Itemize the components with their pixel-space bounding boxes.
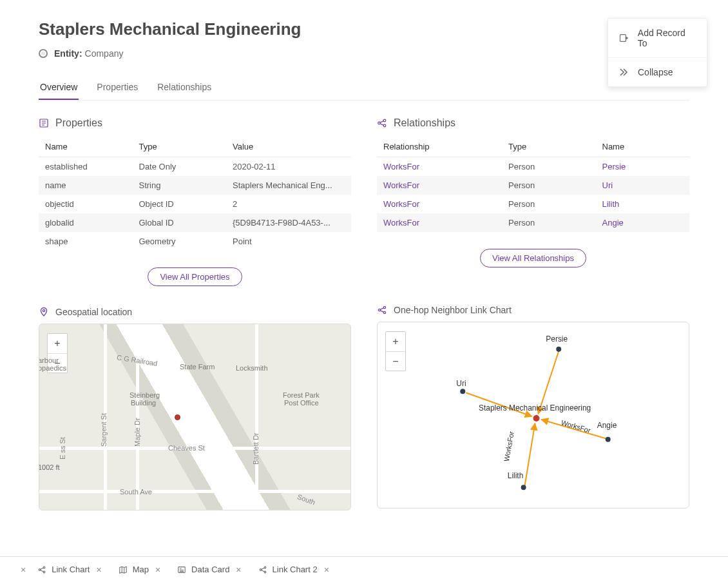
map-poi: opaedics — [39, 364, 66, 372]
cell: Staplers Mechanical Eng... — [226, 176, 351, 195]
related-entity-link[interactable]: Lilith — [596, 195, 690, 213]
properties-icon — [39, 118, 49, 128]
map-zoom-in-button[interactable]: + — [48, 334, 67, 353]
collapse-icon — [618, 67, 629, 77]
bottom-tab-data-card[interactable]: Data Card × — [172, 557, 246, 582]
chart-node[interactable] — [521, 485, 526, 490]
table-row: shape Geometry Point — [39, 232, 351, 251]
view-all-properties-button[interactable]: View All Properties — [148, 267, 242, 286]
relationships-heading-text: Relationships — [394, 117, 455, 129]
table-row: WorksFor Person Uri — [377, 176, 689, 195]
view-all-relationships-button[interactable]: View All Relationships — [480, 249, 586, 267]
chart-node-label: Lilith — [508, 471, 524, 480]
geospatial-heading-text: Geospatial location — [55, 307, 132, 317]
tab-label: Data Card — [191, 565, 229, 574]
close-tab-icon[interactable]: × — [236, 565, 241, 575]
relationships-heading: Relationships — [377, 117, 689, 129]
related-entity-link[interactable]: Persie — [596, 157, 690, 177]
menu-label: Add Record To — [638, 28, 696, 48]
neighbor-chart-heading: One-hop Neighbor Link Chart — [377, 305, 689, 315]
bottom-tab-map[interactable]: Map × — [113, 557, 166, 582]
map-poi: Forest Park — [283, 391, 320, 399]
map-street — [39, 490, 350, 493]
table-row: WorksFor Person Angie — [377, 213, 689, 232]
chart-node[interactable] — [460, 389, 465, 394]
cell: 2 — [226, 195, 351, 213]
chart-node[interactable] — [606, 437, 611, 442]
map-poi: Steinberg — [129, 391, 160, 399]
svg-point-3 — [383, 119, 386, 122]
map-street — [136, 324, 139, 510]
geospatial-heading: Geospatial location — [39, 307, 351, 317]
related-entity-link[interactable]: Uri — [596, 176, 690, 195]
properties-col-value: Value — [226, 137, 351, 157]
properties-heading: Properties — [39, 117, 351, 129]
chart-zoom-in-button[interactable]: + — [386, 332, 405, 351]
svg-point-1 — [43, 309, 44, 311]
bottom-tab-link-chart[interactable]: Link Chart × — [32, 557, 106, 582]
cell: 2020-02-11 — [226, 157, 351, 177]
chart-zoom-controls: + − — [385, 331, 406, 371]
cell: Date Only — [133, 157, 227, 177]
chart-node-label: Persie — [546, 335, 568, 344]
chart-node-label: Angie — [597, 421, 617, 430]
tab-overview[interactable]: Overview — [39, 78, 79, 100]
add-record-to-button[interactable]: Add Record To — [608, 19, 707, 57]
add-record-icon — [618, 33, 629, 43]
close-tab-icon[interactable]: × — [155, 565, 160, 575]
tabstrip-extra-close[interactable]: × — [21, 565, 26, 575]
map-label: South — [296, 492, 316, 506]
collapse-button[interactable]: Collapse — [608, 57, 707, 86]
tab-label: Map — [133, 565, 149, 574]
page-title: Staplers Mechanical Engineering — [39, 19, 689, 39]
actions-menu: Add Record To Collapse — [608, 18, 707, 87]
cell: String — [133, 176, 227, 195]
relationships-table: Relationship Type Name WorksFor Person P… — [377, 137, 689, 232]
chart-node-center[interactable] — [533, 415, 540, 422]
close-tab-icon[interactable]: × — [96, 565, 101, 575]
close-tab-icon[interactable]: × — [324, 565, 329, 575]
cell: Person — [502, 195, 596, 213]
bottom-tab-strip: × Link Chart × Map × Data Card × Link Ch… — [0, 556, 728, 582]
cell: Person — [502, 213, 596, 232]
properties-table: Name Type Value established Date Only 20… — [39, 137, 351, 251]
relationship-link[interactable]: WorksFor — [377, 176, 502, 195]
entity-icon — [39, 49, 48, 58]
tab-relationships[interactable]: Relationships — [156, 78, 213, 100]
svg-point-7 — [383, 311, 385, 313]
entity-type-row: Entity: Company — [39, 48, 689, 59]
chart-edge-label: WorksFor — [560, 418, 592, 434]
table-row: WorksFor Person Persie — [377, 157, 689, 177]
primary-tabs: Overview Properties Relationships — [39, 78, 689, 101]
map-label: Cheaves St — [168, 444, 205, 452]
svg-point-6 — [383, 306, 385, 308]
cell: {5D9B4713-F98D-4A53-... — [226, 213, 351, 232]
tab-properties[interactable]: Properties — [95, 78, 139, 100]
relationship-link[interactable]: WorksFor — [377, 157, 502, 177]
properties-col-type: Type — [133, 137, 227, 157]
related-entity-link[interactable]: Angie — [596, 213, 690, 232]
link-chart-panel[interactable]: + − — [377, 322, 689, 509]
cell: Geometry — [133, 232, 227, 251]
map-poi: Locksmith — [236, 364, 268, 372]
cell: Global ID — [133, 213, 227, 232]
cell: Person — [502, 176, 596, 195]
map-label: Maple Dr — [133, 418, 141, 447]
cell: globalid — [39, 213, 133, 232]
map-entity-marker[interactable] — [175, 414, 180, 420]
map-label: Sargent St — [100, 413, 108, 447]
cell: Object ID — [133, 195, 227, 213]
table-row: objectid Object ID 2 — [39, 195, 351, 213]
table-row: name String Staplers Mechanical Eng... — [39, 176, 351, 195]
map-panel[interactable]: + − C G Railroad arbour opaedics State F… — [39, 324, 351, 510]
map-label: E ss St — [59, 437, 66, 460]
relationship-link[interactable]: WorksFor — [377, 213, 502, 232]
map-scale: 1002 ft — [39, 463, 60, 471]
relationship-link[interactable]: WorksFor — [377, 195, 502, 213]
bottom-tab-link-chart-2[interactable]: Link Chart 2 × — [253, 557, 334, 582]
chart-node-label: Uri — [456, 379, 466, 388]
chart-edge-label: WorksFor — [503, 431, 515, 462]
relationships-col-type: Type — [502, 137, 596, 157]
chart-node[interactable] — [556, 347, 561, 352]
chart-zoom-out-button[interactable]: − — [386, 351, 405, 371]
